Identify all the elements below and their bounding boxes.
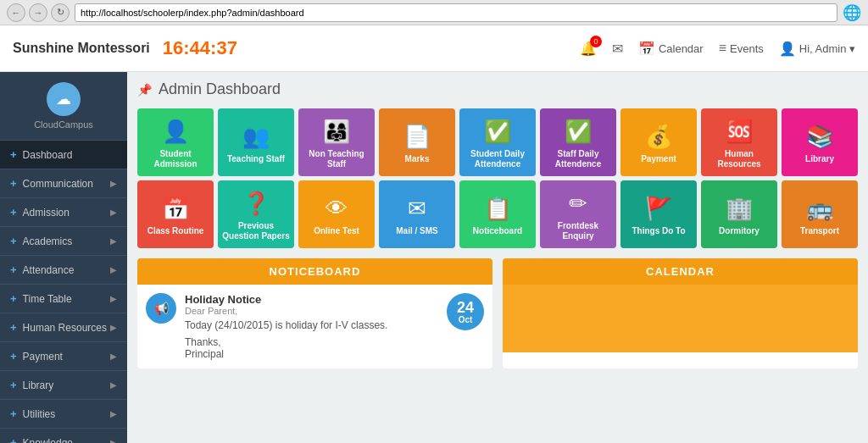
sidebar-item-communication[interactable]: + Communication ▶ [0,169,127,198]
sidebar-plus-icon: + [10,407,17,420]
date-badge: 24 Oct [447,293,484,330]
calendar-icon: 📅 [638,41,655,57]
noticeboard-icon: 📋 [484,196,511,222]
noticeboard-header: Noticeboard [137,258,492,285]
brand-name: Sunshine Montessori [13,41,150,56]
dormitory-icon: 🏢 [726,196,753,222]
card-label: Staff Daily Attendence [544,149,612,169]
card-question-papers[interactable]: ❓ Previous Question Papers [218,180,294,248]
sidebar-label: Academics [23,235,73,247]
card-label: Transport [800,226,839,236]
card-label: Frontdesk Enquiry [544,221,612,241]
student-attendance-icon: ✅ [484,119,511,145]
card-student-attendance[interactable]: ✅ Student Daily Attendence [459,108,536,176]
top-nav-right: 🔔 0 ✉ 📅 Calendar ≡ Events 👤 Hi, Admin ▾ [580,41,855,57]
sidebar-label: Admission [23,207,70,219]
card-class-routine[interactable]: 📅 Class Routine [137,180,214,248]
sidebar-label: Library [23,379,54,391]
frontdesk-icon: ✏ [569,191,587,217]
sidebar-item-timetable[interactable]: + Time Table ▶ [0,285,127,313]
sidebar-label: Payment [23,351,63,363]
user-menu-button[interactable]: 👤 Hi, Admin ▾ [779,41,855,57]
logo-text: CloudCampus [34,119,93,130]
card-non-teaching-staff[interactable]: 👨‍👩‍👧 Non Teaching Staff [298,108,375,176]
online-test-icon: 👁 [326,196,348,222]
forward-button[interactable]: → [29,3,47,22]
content-area: 📌 Admin Dashboard 👤 Student Admission 👥 … [127,72,868,443]
page-header: 📌 Admin Dashboard [137,80,858,98]
events-label: Events [730,42,764,55]
sidebar-plus-icon: + [10,350,17,363]
notice-body: Today (24/10/2015) is holiday for I-V cl… [185,319,438,331]
sidebar-plus-icon: + [10,206,17,219]
transport-icon: 🚌 [806,196,833,222]
chevron-right-icon: ▶ [110,409,117,418]
sidebar-plus-icon: + [10,321,17,334]
main-layout: ☁ CloudCampus + Dashboard + Communicatio… [0,72,868,443]
card-things-todo[interactable]: 🚩 Things Do To [620,180,697,248]
chevron-right-icon: ▶ [110,208,117,217]
staff-attendance-icon: ✅ [565,119,592,145]
sidebar-plus-icon: + [10,436,17,443]
browser-icon: 🌐 [843,3,861,22]
sidebar-item-payment[interactable]: + Payment ▶ [0,342,127,371]
url-bar[interactable] [75,3,837,22]
card-label: Library [805,154,834,164]
card-human-resources[interactable]: 🆘 Human Resources [701,108,777,176]
user-icon: 👤 [779,41,796,57]
reload-button[interactable]: ↻ [51,3,70,22]
card-marks[interactable]: 📄 Marks [379,108,455,176]
noticeboard-panel: Noticeboard 📢 Holiday Notice Dear Parent… [137,258,492,368]
card-online-test[interactable]: 👁 Online Test [298,180,375,248]
mail-sms-icon: ✉ [408,196,426,222]
student-icon: 👤 [162,119,189,145]
card-teaching-staff[interactable]: 👥 Teaching Staff [218,108,294,176]
sidebar-item-academics[interactable]: + Academics ▶ [0,227,127,256]
card-library[interactable]: 📚 Library [782,108,858,176]
events-button[interactable]: ≡ Events [719,41,764,56]
notice-footer: Thanks,Principal [185,336,438,360]
notice-title: Holiday Notice [185,293,438,306]
teaching-staff-icon: 👥 [242,124,270,150]
sidebar-item-utilities[interactable]: + Utilities ▶ [0,400,127,429]
card-transport[interactable]: 🚌 Transport [782,180,858,248]
events-icon: ≡ [719,41,726,56]
notification-button[interactable]: 🔔 0 [580,41,597,57]
sidebar-plus-icon: + [10,263,17,276]
non-teaching-icon: 👨‍👩‍👧 [323,119,350,145]
card-label: Class Routine [147,226,204,236]
calendar-body [503,285,858,352]
notice-item: 📢 Holiday Notice Dear Parent, Today (24/… [146,293,484,360]
sidebar-label: Communication [23,178,93,190]
sidebar-item-dashboard[interactable]: + Dashboard [0,141,127,169]
calendar-button[interactable]: 📅 Calendar [638,41,704,57]
top-nav: Sunshine Montessori 16:44:37 🔔 0 ✉ 📅 Cal… [0,25,868,72]
logo-icon: ☁ [47,82,81,116]
sidebar-item-admission[interactable]: + Admission ▶ [0,198,127,227]
sidebar-item-library[interactable]: + Library ▶ [0,371,127,400]
chevron-right-icon: ▶ [110,294,117,303]
sidebar-item-attendance[interactable]: + Attendance ▶ [0,256,127,285]
mail-icon: ✉ [612,41,623,57]
card-label: Student Admission [142,149,209,169]
chevron-right-icon: ▶ [110,323,117,332]
back-button[interactable]: ← [7,3,25,22]
card-student-admission[interactable]: 👤 Student Admission [137,108,214,176]
mail-button[interactable]: ✉ [612,41,623,57]
card-payment[interactable]: 💰 Payment [620,108,697,176]
sidebar-item-hr[interactable]: + Human Resources ▶ [0,313,127,342]
card-mail-sms[interactable]: ✉ Mail / SMS [379,180,455,248]
notification-badge: 0 [590,36,602,47]
card-dormitory[interactable]: 🏢 Dormitory [701,180,777,248]
card-staff-attendance[interactable]: ✅ Staff Daily Attendence [540,108,616,176]
card-label: Payment [641,154,676,164]
notice-content: Holiday Notice Dear Parent, Today (24/10… [185,293,438,360]
card-frontdesk[interactable]: ✏ Frontdesk Enquiry [540,180,616,248]
notice-subtitle: Dear Parent, [185,306,438,316]
sidebar-item-knowledge[interactable]: + Knowledge ▶ [0,429,127,443]
browser-nav: ← → ↻ [7,3,70,22]
sidebar-plus-icon: + [10,148,17,161]
card-label: Online Test [314,226,359,236]
pin-icon: 📌 [137,83,152,97]
card-noticeboard[interactable]: 📋 Noticeboard [459,180,536,248]
